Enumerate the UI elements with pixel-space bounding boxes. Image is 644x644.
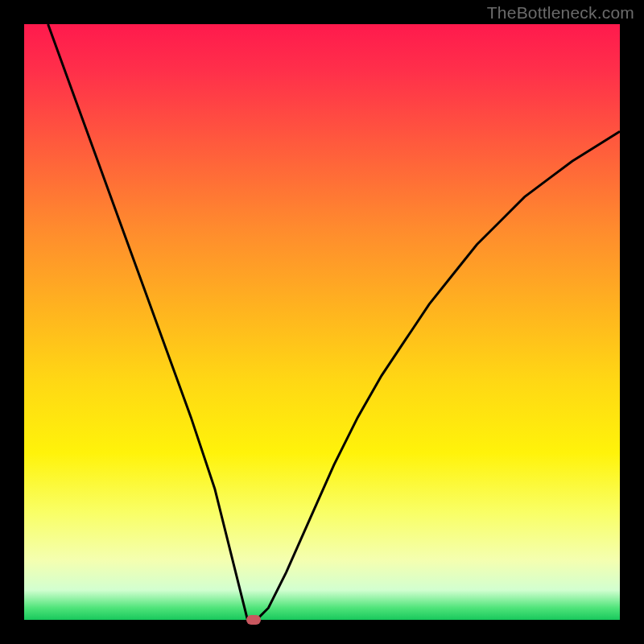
plot-area <box>24 24 620 620</box>
optimal-point-marker <box>246 615 261 625</box>
curve-path <box>48 24 620 620</box>
bottleneck-curve <box>24 24 620 620</box>
watermark-text: TheBottleneck.com <box>487 3 634 23</box>
chart-frame: TheBottleneck.com <box>0 0 644 644</box>
